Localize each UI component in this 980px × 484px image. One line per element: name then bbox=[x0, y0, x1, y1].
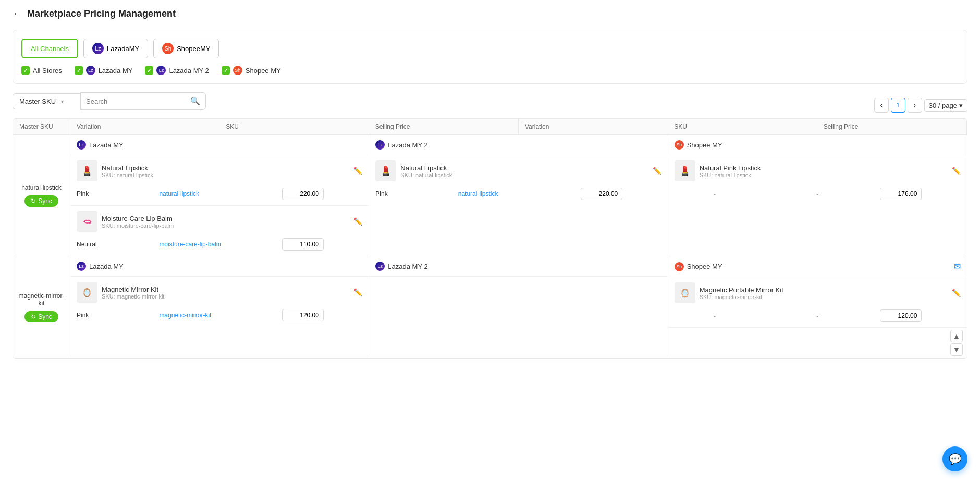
shopee-my-r2-icon: Sh bbox=[675, 262, 684, 271]
sync-button-magnetic-mirror[interactable]: ↻ Sync bbox=[24, 311, 58, 322]
store-icon-shopee-my: Sh bbox=[233, 66, 242, 75]
product-sku-mirror-lazada: SKU: magnetic-mirror-kit bbox=[102, 293, 164, 300]
product-block-shopee: 💄 Natural Pink Lipstick SKU: natural-lip… bbox=[668, 155, 967, 205]
store-item-shopee-my: Sh Shopee MY bbox=[222, 66, 281, 75]
store-icon-lazada-my: Lz bbox=[86, 66, 95, 75]
product-info-mirror-shopee: 🪞 Magnetic Portable Mirror Kit SKU: magn… bbox=[675, 282, 961, 303]
variation-row-mirror-shopee: - - bbox=[675, 307, 961, 324]
sync-icon-2: ↻ bbox=[31, 313, 36, 320]
chat-fab-button[interactable]: 💬 bbox=[942, 446, 967, 471]
product-thumb-mirror-shopee: 🪞 bbox=[675, 282, 695, 303]
sync-button-natural-lipstick[interactable]: ↻ Sync bbox=[24, 195, 58, 207]
th-sku-2: SKU bbox=[668, 119, 817, 134]
variation-row-mirror-lazada: Pink magnetic-mirror-kit bbox=[77, 307, 362, 324]
variation-sku-mirror-lazada: magnetic-mirror-kit bbox=[159, 312, 280, 319]
next-page-button[interactable]: › bbox=[908, 98, 922, 113]
edit-mirror-shopee-button[interactable]: ✏️ bbox=[952, 289, 961, 297]
row-stores-natural-lipstick: Lz Lazada MY 💄 Natural Lipstick SKU: nat… bbox=[70, 135, 967, 256]
product-info: 💄 Natural Lipstick SKU: natural-lipstick… bbox=[77, 160, 362, 181]
th-price-1: Selling Price bbox=[369, 119, 518, 134]
sku-dropdown[interactable]: Master SKU ▾ bbox=[13, 93, 80, 109]
price-input-shopee[interactable] bbox=[880, 188, 922, 200]
search-bar: Master SKU ▾ 🔍 bbox=[13, 92, 206, 110]
channel-tabs: All Channels Lz LazadaMY Sh ShopeeMY bbox=[21, 39, 959, 58]
search-input-wrap: 🔍 bbox=[80, 92, 206, 110]
stores-row: All Stores Lz Lazada MY Lz Lazada MY 2 S… bbox=[21, 66, 959, 75]
product-name-shopee: Natural Pink Lipstick bbox=[700, 164, 761, 172]
channel-tab-all[interactable]: All Channels bbox=[21, 39, 78, 58]
back-button[interactable]: ← bbox=[13, 8, 22, 19]
store-icon-lazada-my2: Lz bbox=[156, 66, 166, 75]
edit-product-shopee-button[interactable]: ✏️ bbox=[952, 167, 961, 175]
product-info-lazada2: 💄 Natural Lipstick SKU: natural-lipstick… bbox=[375, 160, 661, 181]
product-name-2: Moisture Care Lip Balm bbox=[102, 215, 174, 222]
store-col-lazada-my-r2: Lz Lazada MY 🪞 Magnetic Mirror Kit SKU: … bbox=[70, 256, 369, 358]
email-icon-button[interactable]: ✉ bbox=[954, 262, 961, 271]
store-check-lazada-my[interactable] bbox=[75, 66, 83, 75]
scroll-down-button[interactable]: ▼ bbox=[950, 343, 963, 356]
product-info-mirror-lazada: 🪞 Magnetic Mirror Kit SKU: magnetic-mirr… bbox=[77, 282, 362, 303]
store-item-lazada-my: Lz Lazada MY bbox=[75, 66, 133, 75]
current-page-button[interactable]: 1 bbox=[891, 98, 905, 113]
edit-product-lazada2-button[interactable]: ✏️ bbox=[653, 167, 662, 175]
th-group-store2: Variation SKU Selling Price bbox=[519, 119, 967, 134]
store-label-shopee-my: Shopee MY bbox=[246, 67, 281, 75]
product-info-shopee: 💄 Natural Pink Lipstick SKU: natural-lip… bbox=[675, 160, 961, 181]
edit-mirror-lazada-button[interactable]: ✏️ bbox=[353, 288, 362, 296]
lazada-my-store-name: Lazada MY bbox=[89, 141, 124, 149]
product-thumb-2: 🫦 bbox=[77, 211, 97, 232]
product-sku: SKU: natural-lipstick bbox=[102, 172, 153, 178]
product-block: 💄 Natural Lipstick SKU: natural-lipstick… bbox=[70, 155, 369, 206]
channel-tab-all-label: All Channels bbox=[31, 45, 69, 53]
price-input-mirror-shopee[interactable] bbox=[880, 309, 922, 322]
variation-label-mirror-shopee: - bbox=[675, 312, 755, 320]
edit-product-button[interactable]: ✏️ bbox=[353, 167, 362, 175]
store-check-all[interactable] bbox=[21, 66, 30, 75]
price-input[interactable] bbox=[282, 188, 324, 200]
row-master-magnetic-mirror: magnetic-mirror-kit ↻ Sync bbox=[13, 256, 70, 358]
product-sku-2: SKU: moisture-care-lip-balm bbox=[102, 222, 174, 229]
edit-product-2-button[interactable]: ✏️ bbox=[353, 217, 362, 226]
variation-row-lazada2: Pink natural-lipstick bbox=[375, 185, 661, 202]
page-size-chevron-icon: ▾ bbox=[959, 102, 963, 109]
master-sku-label-2: magnetic-mirror-kit bbox=[17, 292, 66, 307]
variation-sku: natural-lipstick bbox=[159, 190, 280, 197]
th-variation-1: Variation bbox=[70, 119, 219, 134]
store-col-lazada-my2: Lz Lazada MY 2 💄 Natural Lipstick SKU: n… bbox=[369, 135, 668, 256]
store-col-shopee-my: Sh Shopee MY 💄 Natural Pink Lipstick SKU… bbox=[668, 135, 967, 256]
scroll-arrows: ▲ ▼ bbox=[668, 328, 967, 358]
prev-page-button[interactable]: ‹ bbox=[874, 98, 889, 113]
page-container: ← Marketplace Pricing Management All Cha… bbox=[0, 0, 980, 484]
page-size-select[interactable]: 30 / page ▾ bbox=[924, 99, 967, 112]
product-name-lazada2: Natural Lipstick bbox=[400, 164, 452, 172]
variation-label-mirror-lazada: Pink bbox=[77, 312, 157, 319]
product-info-2: 🫦 Moisture Care Lip Balm SKU: moisture-c… bbox=[77, 211, 362, 232]
store-item-lazada-my2: Lz Lazada MY 2 bbox=[145, 66, 209, 75]
search-button[interactable]: 🔍 bbox=[185, 93, 205, 109]
price-input-mirror-lazada[interactable] bbox=[282, 309, 324, 321]
store-label-all: All Stores bbox=[33, 67, 62, 75]
channel-tab-shopee[interactable]: Sh ShopeeMY bbox=[153, 39, 219, 58]
price-input-lazada2[interactable] bbox=[581, 188, 622, 200]
lazada-my-r2-icon: Lz bbox=[77, 262, 86, 271]
channel-tab-lazada-label: LazadaMY bbox=[107, 45, 139, 53]
table-wrapper: Master SKU Variation SKU Selling Price V… bbox=[13, 118, 967, 359]
variation-row: Pink natural-lipstick bbox=[77, 185, 362, 202]
store-header-lazada-my-r2: Lz Lazada MY bbox=[70, 256, 369, 277]
lazada-channel-icon: Lz bbox=[92, 43, 104, 54]
shopee-my-r2-name: Shopee MY bbox=[687, 263, 722, 270]
store-item-all: All Stores bbox=[21, 66, 62, 75]
product-text-lazada2: Natural Lipstick SKU: natural-lipstick bbox=[400, 164, 452, 178]
sku-dropdown-label: Master SKU bbox=[19, 97, 56, 105]
store-check-shopee-my[interactable] bbox=[222, 66, 230, 75]
search-input[interactable] bbox=[81, 94, 185, 109]
price-input-2[interactable] bbox=[282, 238, 324, 251]
store-header-shopee-my: Sh Shopee MY bbox=[668, 135, 967, 155]
store-check-lazada-my2[interactable] bbox=[145, 66, 153, 75]
scroll-up-button[interactable]: ▲ bbox=[950, 330, 963, 342]
channel-tab-lazada[interactable]: Lz LazadaMY bbox=[83, 39, 148, 58]
th-group-store1: Variation SKU Selling Price bbox=[70, 119, 519, 134]
store-label-lazada-my2: Lazada MY 2 bbox=[169, 67, 209, 75]
variation-label: Pink bbox=[77, 190, 157, 197]
store-col-lazada-my: Lz Lazada MY 💄 Natural Lipstick SKU: nat… bbox=[70, 135, 369, 256]
